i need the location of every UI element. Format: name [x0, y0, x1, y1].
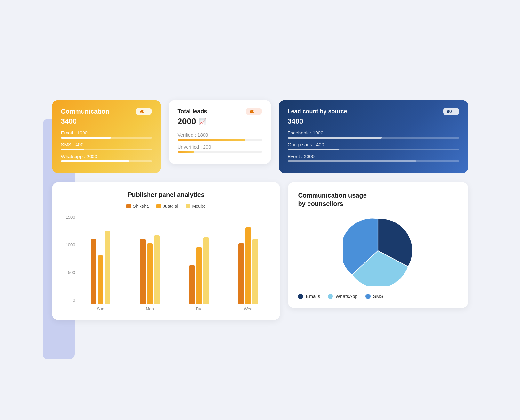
- communication-title: Communication: [61, 108, 109, 115]
- legend-sms: SMS: [365, 294, 384, 299]
- legend-whatsapp: WhatsApp: [328, 294, 357, 299]
- emails-legend-label: Emails: [306, 294, 320, 299]
- bars-group: [128, 215, 172, 304]
- metric-unverified-bar-bg: [178, 151, 262, 153]
- communication-badge: 90 ↑: [136, 108, 152, 115]
- source-card: Lead count by source 90 ↑ 3400 Facebook …: [279, 100, 468, 173]
- metric-event-label: Event : 2000: [288, 154, 459, 159]
- mcube-label: Mcube: [192, 204, 206, 209]
- metric-whatsapp-bar-bg: [61, 160, 152, 162]
- bar-2: [203, 237, 209, 304]
- chart-legend: Shiksha Justdial Mcube: [62, 204, 270, 209]
- shiksha-label: Shiksha: [133, 204, 149, 209]
- whatsapp-dot: [328, 294, 333, 299]
- bar-chart-card: Publisher panel analytics Shiksha Justdi…: [52, 182, 280, 320]
- bottom-row: Publisher panel analytics Shiksha Justdi…: [52, 182, 468, 320]
- justdial-dot: [156, 204, 161, 208]
- metric-google: Google ads : 400: [288, 142, 459, 150]
- metric-event: Event : 2000: [288, 154, 459, 162]
- metric-event-bar-bg: [288, 160, 459, 162]
- metric-verified-bar-bg: [178, 139, 262, 141]
- top-row: Communication 90 ↑ 3400 Email : 1000 SMS…: [52, 100, 468, 173]
- metric-sms-label: SMS : 400: [61, 142, 152, 147]
- legend-emails: Emails: [298, 294, 320, 299]
- metric-sms-bar-fill: [61, 149, 84, 150]
- metric-sms-bar-bg: [61, 149, 152, 150]
- metric-unverified: Unverified : 200: [178, 144, 262, 153]
- source-total: 3400: [288, 117, 459, 125]
- metric-email-bar-fill: [61, 137, 111, 139]
- metric-google-bar-fill: [288, 149, 339, 150]
- bar-1: [196, 247, 202, 304]
- legend-justdial: Justdial: [156, 204, 178, 209]
- metric-verified-bar-fill: [178, 139, 245, 141]
- legend-mcube: Mcube: [186, 204, 206, 209]
- bars-group: [177, 215, 221, 304]
- pie-legend: Emails WhatsApp SMS: [298, 294, 458, 299]
- pie-svg: [343, 215, 413, 286]
- justdial-label: Justdial: [163, 204, 178, 209]
- metric-google-label: Google ads : 400: [288, 142, 459, 147]
- day-group-mon: Mon: [128, 215, 172, 311]
- bar-chart-title: Publisher panel analytics: [62, 191, 270, 198]
- metric-verified: Verified : 1800: [178, 132, 262, 141]
- day-group-wed: Wed: [227, 215, 270, 311]
- legend-shiksha: Shiksha: [126, 204, 149, 209]
- metric-whatsapp-bar-fill: [61, 160, 129, 162]
- metric-whatsapp: Whatsapp : 2000: [61, 154, 152, 162]
- mcube-dot: [186, 204, 190, 208]
- metric-unverified-bar-fill: [178, 151, 195, 153]
- bar-2: [154, 235, 160, 304]
- metric-facebook-label: Facebook : 1000: [288, 130, 459, 135]
- bar-1: [98, 255, 103, 304]
- day-label: Wed: [244, 306, 252, 311]
- leads-title: Total leads: [178, 108, 207, 115]
- metric-facebook-bar-fill: [288, 137, 382, 139]
- bars-group: [79, 215, 123, 304]
- bar-0: [140, 239, 146, 304]
- bar-0: [91, 239, 96, 304]
- leads-total: 2000: [178, 117, 196, 126]
- metric-facebook: Facebook : 1000: [288, 130, 459, 139]
- bar-2: [105, 231, 110, 304]
- bar-1: [147, 243, 153, 304]
- leads-badge: 90 ↑: [246, 108, 262, 115]
- metric-email-bar-bg: [61, 137, 152, 139]
- metric-email: Email : 1000: [61, 130, 152, 139]
- bar-0: [238, 243, 244, 304]
- metric-email-label: Email : 1000: [61, 130, 152, 135]
- communication-card: Communication 90 ↑ 3400 Email : 1000 SMS…: [52, 100, 161, 173]
- source-title: Lead count by source: [288, 108, 347, 115]
- metric-facebook-bar-bg: [288, 137, 459, 139]
- metric-verified-label: Verified : 1800: [178, 132, 262, 138]
- source-badge: 90 ↑: [443, 108, 459, 115]
- bar-1: [245, 227, 251, 304]
- bars-container: SunMonTueWed: [79, 215, 270, 311]
- metric-event-bar-fill: [288, 160, 416, 162]
- y-axis: 0 500 1000 1500: [62, 215, 75, 311]
- pie-chart-card: Communication usageby counsellors: [288, 182, 468, 308]
- metric-unverified-label: Unverified : 200: [178, 144, 262, 149]
- communication-total: 3400: [61, 117, 152, 125]
- whatsapp-legend-label: WhatsApp: [335, 294, 357, 299]
- metric-google-bar-bg: [288, 149, 459, 150]
- pie-wrapper: [298, 215, 458, 286]
- emails-dot: [298, 294, 303, 299]
- day-group-sun: Sun: [79, 215, 123, 311]
- day-label: Mon: [146, 306, 154, 311]
- chart-icon: 📈: [199, 118, 206, 125]
- total-leads-card: Total leads 90 ↑ 2000 📈 Verified : 1800: [169, 100, 271, 164]
- day-label: Tue: [196, 306, 203, 311]
- sms-legend-label: SMS: [373, 294, 384, 299]
- day-label: Sun: [97, 306, 104, 311]
- pie-title: Communication usageby counsellors: [298, 191, 458, 208]
- shiksha-dot: [126, 204, 131, 208]
- bar-2: [252, 239, 258, 304]
- sms-dot: [365, 294, 371, 299]
- bar-0: [189, 265, 195, 304]
- metric-sms: SMS : 400: [61, 142, 152, 150]
- metric-whatsapp-label: Whatsapp : 2000: [61, 154, 152, 159]
- bars-group: [227, 215, 270, 304]
- day-group-tue: Tue: [177, 215, 221, 311]
